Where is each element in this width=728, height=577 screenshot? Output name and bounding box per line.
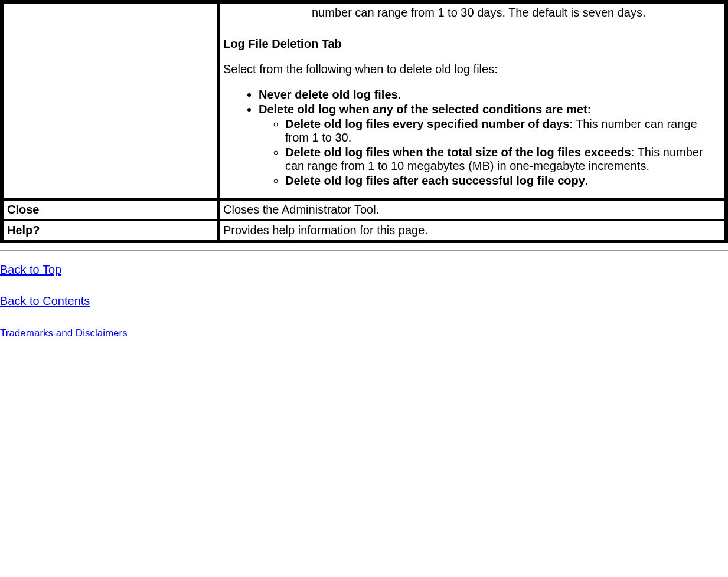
list-item: Delete old log files when the total size… [285,146,721,173]
main-list: Never delete old log files. Delete old l… [223,88,721,188]
divider [0,250,728,251]
table-row: Help? Provides help information for this… [3,221,725,240]
trademarks-link[interactable]: Trademarks and Disclaimers [0,327,128,339]
cell-close-label: Close [3,200,218,219]
bold-text: Delete old log files when the total size… [285,146,631,159]
bold-text: Delete old log files every specified num… [285,117,569,130]
cell-help-desc: Provides help information for this page. [219,221,725,240]
cell-help-label: Help? [3,221,218,240]
sub-list: Delete old log files every specified num… [259,117,721,188]
cell-left-empty [3,3,218,199]
list-item: Never delete old log files. [259,88,721,101]
list-item: Delete old log when any of the selected … [259,103,721,188]
table-row: Close Closes the Administrator Tool. [3,200,725,219]
bold-text: Delete old log files after each successf… [285,174,585,187]
link-block: Back to Top [0,263,728,277]
bold-text: Never delete old log files [259,88,398,101]
back-to-top-link[interactable]: Back to Top [0,263,61,277]
link-block: Back to Contents [0,294,728,308]
list-item: Delete old log files after each successf… [285,174,721,188]
intro-text: Select from the following when to delete… [223,63,721,76]
link-block: Trademarks and Disclaimers [0,326,728,339]
section-heading: Log File Deletion Tab [223,37,721,51]
cell-close-desc: Closes the Administrator Tool. [219,200,725,219]
definition-table: number can range from 1 to 30 days. The … [0,0,728,243]
text: . [398,88,401,101]
cell-right-content: number can range from 1 to 30 days. The … [219,3,725,199]
bold-text: Delete old log when any of the selected … [259,103,591,116]
table-row: number can range from 1 to 30 days. The … [3,3,725,199]
back-to-contents-link[interactable]: Back to Contents [0,294,90,308]
text: . [585,174,589,187]
list-item: Delete old log files every specified num… [285,117,721,145]
top-text: number can range from 1 to 30 days. The … [223,6,721,19]
